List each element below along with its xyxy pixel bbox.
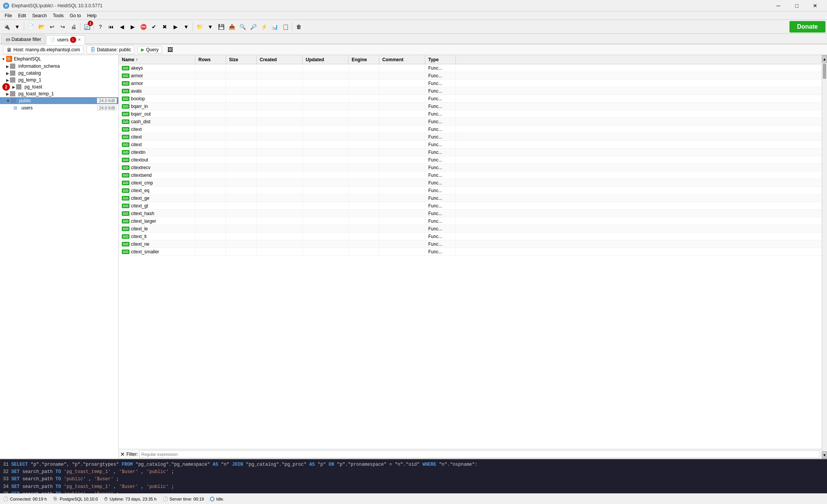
table-row[interactable]: GO bqarr_out Func...: [119, 110, 822, 118]
toolbar-first[interactable]: ⏮: [106, 22, 116, 32]
cell-comment: [379, 80, 425, 87]
tree-item-elephantsql[interactable]: ▼ 🐘 ElephantSQL: [0, 55, 118, 63]
donate-button[interactable]: Donate: [789, 21, 825, 33]
table-row[interactable]: GO citext_gt Func...: [119, 202, 822, 210]
toolbar-search2[interactable]: 🔎: [248, 22, 258, 32]
table-row[interactable]: GO avals Func...: [119, 87, 822, 95]
scroll-up[interactable]: ▲: [822, 55, 827, 63]
toolbar-connect[interactable]: 🔌: [2, 22, 11, 32]
menu-edit[interactable]: Edit: [15, 12, 29, 19]
query-button[interactable]: ▶ Query: [138, 46, 162, 54]
toolbar-play-dd[interactable]: ▼: [181, 22, 191, 32]
menu-goto[interactable]: Go to: [67, 12, 84, 19]
menu-search[interactable]: Search: [29, 12, 50, 19]
menu-tools[interactable]: Tools: [50, 12, 67, 19]
table-row[interactable]: GO citext_lt Func...: [119, 233, 822, 240]
tab-users[interactable]: 📄 users 1 ✕: [46, 35, 85, 44]
table-row[interactable]: GO citext_cmp Func...: [119, 179, 822, 187]
tree-item-pg-temp1[interactable]: ▶ pg_temp_1: [0, 77, 118, 83]
table-row[interactable]: GO citext_le Func...: [119, 225, 822, 233]
toolbar-bin[interactable]: 🗑: [294, 22, 304, 32]
table-row[interactable]: GO citext_larger Func...: [119, 217, 822, 225]
table-row[interactable]: GO citext_hash Func...: [119, 210, 822, 217]
table-row[interactable]: GO citext_eq Func...: [119, 187, 822, 194]
toolbar-search1[interactable]: 🔍: [237, 22, 247, 32]
toolbar-open[interactable]: 📂: [36, 22, 46, 32]
toolbar-save[interactable]: 💾: [216, 22, 226, 32]
toolbar-find[interactable]: ⚡: [259, 22, 269, 32]
scroll-thumb[interactable]: [823, 64, 826, 79]
status-postgres: 🐘 PostgreSQL 10.10.0: [53, 496, 98, 501]
tree-item-pg-toast-temp1[interactable]: ▶ pg_toast_temp_1: [0, 90, 118, 97]
col-header-type[interactable]: Type: [425, 55, 456, 64]
toolbar-refresh[interactable]: 🔄 1: [82, 22, 92, 32]
col-header-size[interactable]: Size: [226, 55, 257, 64]
toolbar-dropdown[interactable]: ▼: [12, 22, 22, 32]
toolbar-check[interactable]: ✔: [149, 22, 159, 32]
toolbar-folder[interactable]: 📁: [195, 22, 205, 32]
col-header-created[interactable]: Created: [257, 55, 303, 64]
col-header-name[interactable]: Name ↑: [119, 55, 195, 64]
toolbar-next-page[interactable]: ▶: [128, 22, 138, 32]
tree-item-pg-catalog[interactable]: ▶ pg_catalog: [0, 70, 118, 77]
toolbar-list[interactable]: 📋: [280, 22, 290, 32]
status-idle: Idle.: [210, 497, 224, 501]
tab-users-close[interactable]: ✕: [78, 38, 81, 42]
tree-item-information-schema[interactable]: ▶ information_schema: [0, 63, 118, 70]
col-header-engine[interactable]: Engine: [349, 55, 379, 64]
tree-item-public[interactable]: ▼ public 24.0 KiB: [0, 97, 118, 104]
cell-rows: [195, 64, 226, 72]
toolbar-export[interactable]: 📤: [227, 22, 237, 32]
go-badge: GO: [122, 142, 129, 147]
toolbar-folder-dd[interactable]: ▼: [205, 22, 215, 32]
tree-item-pg-toast[interactable]: 2 ▶ pg_toast: [0, 83, 118, 90]
table-row[interactable]: GO citext Func...: [119, 141, 822, 148]
toolbar-redo[interactable]: ↪: [58, 22, 68, 32]
cell-type: Func...: [425, 233, 456, 240]
maximize-button[interactable]: □: [788, 0, 806, 11]
table-row[interactable]: GO citextrecv Func...: [119, 164, 822, 171]
cell-updated: [303, 95, 349, 102]
menu-file[interactable]: File: [2, 12, 15, 19]
table-row[interactable]: GO armor Func...: [119, 72, 822, 80]
tree-item-users[interactable]: ⊞ users 24.0 KiB: [0, 104, 118, 112]
table-row[interactable]: GO citextin Func...: [119, 148, 822, 156]
toolbar-cancel[interactable]: ✖: [160, 22, 170, 32]
col-header-updated[interactable]: Updated: [303, 55, 349, 64]
filter-close-button[interactable]: ✕: [120, 451, 125, 457]
table-row[interactable]: GO citextsend Func...: [119, 171, 822, 179]
toolbar-print[interactable]: 🖨: [69, 22, 79, 32]
table-row[interactable]: GO citextout Func...: [119, 156, 822, 164]
cell-comment: [379, 141, 425, 148]
table-row[interactable]: GO citext Func...: [119, 133, 822, 141]
toolbar-play[interactable]: ▶: [170, 22, 180, 32]
cell-name: GO citext_le: [119, 225, 195, 232]
address-extra[interactable]: 🖼: [165, 45, 175, 55]
menu-help[interactable]: Help: [84, 12, 100, 19]
toolbar-help[interactable]: ?: [95, 22, 105, 32]
table-row[interactable]: GO armor Func...: [119, 80, 822, 87]
toolbar-prev[interactable]: ◀: [117, 22, 127, 32]
close-button[interactable]: ✕: [806, 0, 824, 11]
toolbar-data[interactable]: 📊: [270, 22, 280, 32]
col-header-comment[interactable]: Comment: [379, 55, 425, 64]
table-row[interactable]: GO citext_ge Func...: [119, 194, 822, 202]
tab-database-filter[interactable]: 🗃 Database filter: [2, 34, 45, 44]
toolbar-undo[interactable]: ↩: [47, 22, 57, 32]
col-header-rows[interactable]: Rows: [195, 55, 226, 64]
scroll-down[interactable]: ▼: [822, 451, 827, 459]
table-row[interactable]: GO bqarr_in Func...: [119, 103, 822, 110]
expand-arrow: ▶: [6, 92, 9, 96]
minimize-button[interactable]: ─: [770, 0, 787, 11]
table-row[interactable]: GO boolop Func...: [119, 95, 822, 103]
table-row[interactable]: GO citext_smaller Func...: [119, 248, 822, 256]
filter-input[interactable]: [139, 450, 820, 458]
table-row[interactable]: GO citext_ne Func...: [119, 240, 822, 248]
cell-created: [257, 202, 303, 209]
toolbar-new[interactable]: 📄: [26, 22, 36, 32]
scrollbar[interactable]: ▲ ▼: [822, 55, 827, 459]
table-row[interactable]: GO cash_dist Func...: [119, 118, 822, 126]
toolbar-stop[interactable]: ⛔: [138, 22, 148, 32]
table-row[interactable]: GO citext Func...: [119, 126, 822, 133]
table-row[interactable]: GO akeys Func...: [119, 64, 822, 72]
